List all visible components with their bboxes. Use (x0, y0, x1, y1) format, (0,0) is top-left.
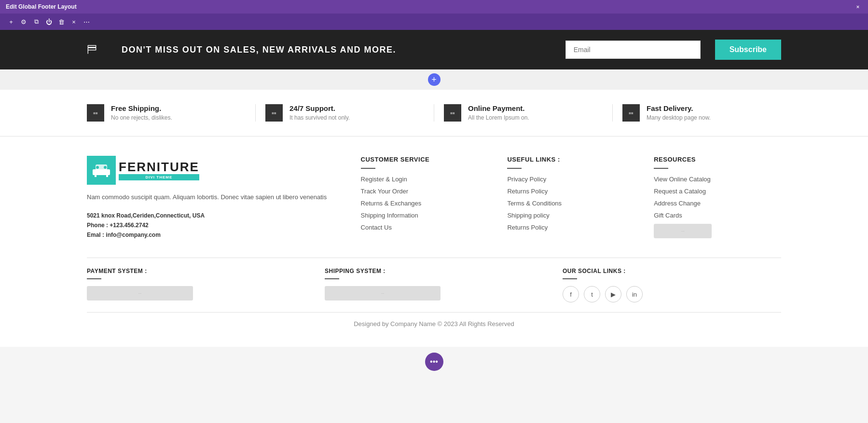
close-toolbar-icon[interactable]: × (69, 16, 79, 27)
payment-section: PAYMENT SYSTEM : ··· (87, 268, 305, 302)
brand-logo: FERNITURE DIVI THEME (87, 156, 342, 185)
payment-logos: ··· (87, 286, 193, 300)
brand-column: FERNITURE DIVI THEME Nam commodo suscipi… (87, 156, 342, 238)
icon-toolbar: + ⚙ ⧉ ⏻ 🗑 × ⋯ (0, 14, 868, 30)
shipping-title: SHIPPING SYSTEM : (325, 268, 543, 274)
link-view-catalog[interactable]: View Online Catalog (654, 176, 781, 183)
link-terms-conditions[interactable]: Terms & Conditions (507, 200, 634, 207)
feature-icon-delivery: ■■ (622, 104, 640, 122)
customer-service-divider (361, 168, 375, 169)
footer-grid: FERNITURE DIVI THEME Nam commodo suscipi… (87, 156, 781, 238)
link-gift-cards[interactable]: Gift Cards (654, 212, 781, 219)
link-address-change[interactable]: Address Change (654, 200, 781, 207)
shipping-logos: ··· (325, 286, 441, 300)
shipping-divider (325, 278, 339, 279)
linkedin-button[interactable]: in (626, 286, 643, 302)
youtube-button[interactable]: ▶ (605, 286, 621, 302)
floating-dots-button[interactable]: ••• (425, 353, 443, 371)
social-section: OUR SOCIAL LINKS : f t ▶ in (563, 268, 781, 302)
duplicate-icon[interactable]: ⧉ (31, 16, 41, 27)
logo-text-block: FERNITURE DIVI THEME (119, 161, 199, 180)
shipping-section: SHIPPING SYSTEM : ··· (325, 268, 543, 302)
useful-links-divider (507, 168, 522, 169)
subscribe-button[interactable]: Subscribe (715, 40, 781, 60)
add-row-button[interactable]: + (428, 73, 441, 86)
brand-address: 5021 knox Road,Ceriden,Connecticut, USA (87, 212, 342, 219)
features-section: ■■ Free Shipping. No one rejects, dislik… (0, 90, 868, 136)
brand-phone: Phone : +123.456.2742 (87, 222, 342, 229)
copyright-bar: Designed by Company Name © 2023 All Righ… (87, 312, 781, 332)
svg-rect-1 (95, 173, 96, 177)
social-links: f t ▶ in (563, 286, 781, 302)
feature-title-delivery: Fast Delivery. (647, 104, 711, 112)
delete-icon[interactable]: 🗑 (56, 16, 67, 27)
link-register-login[interactable]: Register & Login (361, 176, 488, 183)
feature-title-support: 24/7 Support. (289, 104, 350, 112)
main-footer: FERNITURE DIVI THEME Nam commodo suscipi… (0, 136, 868, 347)
useful-links-column: USEFUL LINKS : Privacy Policy Returns Po… (507, 156, 634, 238)
close-icon[interactable]: × (854, 2, 862, 11)
logo-text: FERNITURE (119, 161, 199, 173)
feature-title-payment: Online Payment. (468, 104, 529, 112)
feature-desc-delivery: Many desktop page now. (647, 114, 711, 121)
social-divider (563, 278, 577, 279)
copyright-text: Designed by Company Name © 2023 All Righ… (354, 320, 514, 327)
customer-service-title: CUSTOMER SERVICE (361, 156, 488, 163)
feature-item-support: ■■ 24/7 Support. It has survived not onl… (265, 104, 424, 122)
resources-placeholder-image: ··· (654, 224, 712, 238)
payment-divider (87, 278, 101, 279)
toolbar-title: Edit Global Footer Layout (6, 3, 850, 10)
link-returns-policy-2[interactable]: Returns Policy (507, 224, 634, 231)
flag-icon: ⛿ (87, 43, 97, 56)
customer-service-column: CUSTOMER SERVICE Register & Login Track … (361, 156, 488, 238)
link-returns-exchanges[interactable]: Returns & Exchanges (361, 200, 488, 207)
add-row-section: + (0, 69, 868, 90)
feature-item-shipping: ■■ Free Shipping. No one rejects, dislik… (87, 104, 246, 122)
feature-icon-shipping: ■■ (87, 104, 104, 122)
feature-desc-shipping: No one rejects, dislikes. (111, 114, 172, 121)
email-input[interactable] (565, 41, 701, 59)
feature-icon-support: ■■ (265, 104, 283, 122)
link-returns-policy[interactable]: Returns Policy (507, 188, 634, 195)
more-icon[interactable]: ⋯ (81, 16, 92, 27)
feature-item-delivery: ■■ Fast Delivery. Many desktop page now. (622, 104, 781, 122)
link-track-order[interactable]: Track Your Order (361, 188, 488, 195)
newsletter-logo: ⛿ (87, 43, 97, 56)
link-contact-us[interactable]: Contact Us (361, 224, 488, 231)
useful-links-title: USEFUL LINKS : (507, 156, 634, 163)
link-request-catalog[interactable]: Request a Catalog (654, 188, 781, 195)
toolbar: Edit Global Footer Layout × (0, 0, 868, 14)
settings-icon[interactable]: ⚙ (18, 16, 29, 27)
facebook-button[interactable]: f (563, 286, 579, 302)
newsletter-banner: ⛿ DON'T MISS OUT ON SALES, NEW ARRIVALS … (0, 30, 868, 69)
feature-item-payment: ■■ Online Payment. All the Lorem Ipsum o… (444, 104, 603, 122)
power-icon[interactable]: ⏻ (43, 16, 54, 27)
twitter-button[interactable]: t (584, 286, 600, 302)
feature-desc-payment: All the Lorem Ipsum on. (468, 114, 529, 121)
feature-divider-3 (612, 104, 613, 122)
feature-divider-1 (255, 104, 256, 122)
brand-description: Nam commodo suscipit quam. Aliquam lobor… (87, 192, 342, 203)
svg-rect-2 (106, 173, 108, 177)
logo-svg (91, 160, 112, 181)
toolbar-icons: × (854, 2, 862, 11)
newsletter-text: DON'T MISS OUT ON SALES, NEW ARRIVALS AN… (122, 45, 551, 55)
logo-icon-box (87, 156, 116, 185)
brand-email: Emal : info@company.com (87, 232, 342, 238)
resources-column: RESOURCES View Online Catalog Request a … (654, 156, 781, 238)
svg-point-4 (96, 166, 99, 169)
link-shipping-info[interactable]: Shipping Information (361, 212, 488, 219)
add-icon[interactable]: + (6, 16, 16, 27)
floating-buttons: ••• (0, 347, 868, 377)
feature-icon-payment: ■■ (444, 104, 461, 122)
bottom-footer: PAYMENT SYSTEM : ··· SHIPPING SYSTEM : ·… (87, 258, 781, 302)
link-privacy-policy[interactable]: Privacy Policy (507, 176, 634, 183)
feature-desc-support: It has survived not only. (289, 114, 350, 121)
payment-title: PAYMENT SYSTEM : (87, 268, 305, 274)
feature-divider-2 (434, 104, 434, 122)
logo-subtitle: DIVI THEME (119, 174, 199, 180)
svg-point-5 (104, 166, 107, 169)
link-shipping-policy[interactable]: Shipping policy (507, 212, 634, 219)
resources-divider (654, 168, 668, 169)
resources-title: RESOURCES (654, 156, 781, 163)
